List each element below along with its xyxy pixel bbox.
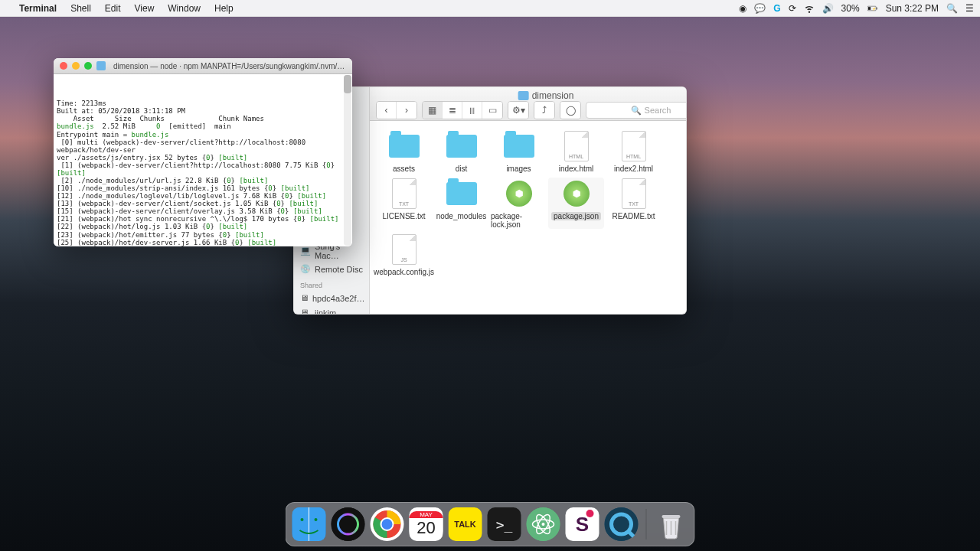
sidebar-item-label: Remote Disc: [315, 265, 363, 274]
sync-icon[interactable]: ⟳: [789, 3, 796, 14]
list-view-button[interactable]: ≣: [443, 102, 462, 119]
zoom-button[interactable]: [84, 62, 92, 70]
gallery-view-button[interactable]: ▭: [482, 102, 502, 119]
file-label: assets: [393, 165, 415, 173]
document-icon: HTML: [557, 130, 596, 162]
icon-view-button[interactable]: ▦: [423, 102, 443, 119]
dock-chrome[interactable]: [371, 507, 404, 541]
desktop: Terminal Shell Edit View Window Help ◉ 💬…: [0, 0, 980, 551]
folder-icon: [443, 130, 481, 162]
dock-atom[interactable]: [527, 507, 560, 541]
spotlight-icon[interactable]: 🔍: [946, 3, 958, 14]
terminal-body[interactable]: Time: 2213msBuilt at: 05/20/2018 3:11:18…: [54, 74, 352, 246]
json-icon: ⬢: [557, 178, 596, 210]
dock-quicktime[interactable]: [605, 507, 639, 541]
dock-calendar[interactable]: MAY 20: [410, 507, 443, 541]
menubar: Terminal Shell Edit View Window Help ◉ 💬…: [0, 0, 980, 17]
back-button[interactable]: ‹: [377, 102, 397, 119]
computer-icon: 💻: [300, 246, 311, 256]
sidebar-item-device[interactable]: 💿 Remote Disc: [297, 262, 366, 276]
computer-icon: 🖥: [300, 293, 309, 304]
scrollbar-thumb[interactable]: [344, 75, 351, 93]
file-item[interactable]: images: [491, 130, 547, 173]
dock-kakaotalk[interactable]: TALK: [449, 507, 482, 541]
file-item[interactable]: JSwebpack.config.js: [376, 233, 432, 276]
document-icon: HTML: [615, 130, 653, 162]
svg-rect-2: [868, 7, 871, 10]
notification-center-icon[interactable]: ☰: [965, 3, 974, 14]
finder-search[interactable]: 🔍 Search: [586, 102, 687, 119]
file-label: dist: [456, 165, 468, 173]
folder-icon: [500, 130, 538, 162]
file-item[interactable]: HTMLindex.html: [548, 130, 604, 173]
sidebar-item-shared[interactable]: 🖥 jinkim: [297, 306, 366, 315]
dock-trash[interactable]: [655, 507, 688, 541]
folder-icon: [443, 178, 481, 210]
svg-point-6: [315, 518, 318, 521]
dock-terminal[interactable]: >_: [488, 507, 521, 541]
arrange-button[interactable]: ⚙︎▾: [508, 102, 528, 119]
close-button[interactable]: [60, 62, 67, 70]
volume-icon[interactable]: 🔊: [822, 3, 834, 14]
menu-view[interactable]: View: [128, 3, 162, 14]
document-icon: TXT: [615, 178, 653, 210]
svg-rect-1: [876, 7, 877, 9]
battery-icon[interactable]: ⚡: [867, 3, 878, 14]
file-label: webpack.config.js: [374, 268, 434, 276]
terminal-titlebar[interactable]: dimension — node · npm MANPATH=/Users/su…: [54, 58, 352, 74]
finder-window[interactable]: 💻 Sung's Mac… 💿 Remote Disc Shared 🖥 hpd…: [293, 86, 687, 315]
folder-icon: [385, 130, 423, 162]
file-label: README.txt: [612, 212, 655, 220]
menu-help[interactable]: Help: [207, 3, 240, 14]
svg-rect-20: [662, 515, 681, 518]
file-item[interactable]: ⬢package.json: [548, 178, 604, 229]
document-icon: JS: [385, 233, 423, 266]
file-item[interactable]: ⬢package-lock.json: [491, 178, 547, 229]
finder-view-switch: ▦ ≣ ⫼ ▭: [422, 101, 503, 119]
dock-finder[interactable]: [292, 507, 326, 541]
minimize-button[interactable]: [72, 62, 80, 70]
finder-files[interactable]: assetsdistimagesHTMLindex.htmlHTMLindex2…: [370, 121, 687, 314]
file-label: LICENSE.txt: [382, 212, 425, 220]
sidebar-header: Shared: [297, 277, 366, 291]
wifi-icon[interactable]: [804, 3, 815, 14]
dock-separator: [646, 509, 647, 540]
file-item[interactable]: node_modules: [433, 178, 489, 229]
chat-icon[interactable]: 💬: [754, 3, 766, 14]
sidebar-item-shared[interactable]: 🖥 hpdc4a3e2f…: [297, 292, 366, 305]
column-view-button[interactable]: ⫼: [462, 102, 482, 119]
dock-siri[interactable]: [332, 507, 365, 541]
finder-title: dimension: [518, 90, 574, 101]
calendar-month: MAY: [410, 511, 443, 518]
finder-nav: ‹ ›: [376, 101, 417, 119]
search-placeholder: Search: [645, 106, 671, 115]
folder-icon: [518, 91, 529, 100]
terminal-title: dimension — node · npm MANPATH=/Users/su…: [113, 62, 346, 70]
terminal-window[interactable]: dimension — node · npm MANPATH=/Users/su…: [54, 58, 352, 246]
tags-button[interactable]: ◯: [560, 102, 580, 119]
logitech-icon[interactable]: G: [773, 3, 780, 14]
battery-percent: 30%: [841, 3, 860, 14]
scrollbar[interactable]: [344, 75, 351, 246]
menu-window[interactable]: Window: [161, 3, 207, 14]
share-button[interactable]: ⤴: [534, 102, 554, 119]
json-icon: ⬢: [500, 178, 538, 210]
file-label: index.html: [559, 165, 594, 173]
file-item[interactable]: assets: [376, 130, 432, 173]
folder-icon: [96, 61, 106, 70]
menu-app[interactable]: Terminal: [12, 3, 64, 14]
dock-slack[interactable]: S: [566, 507, 599, 541]
file-label: package.json: [551, 212, 601, 220]
finder-title-label: dimension: [532, 90, 574, 101]
menu-shell[interactable]: Shell: [64, 3, 98, 14]
forward-button[interactable]: ›: [397, 102, 416, 119]
clock[interactable]: Sun 3:22 PM: [886, 3, 939, 14]
record-icon[interactable]: ◉: [739, 3, 746, 14]
file-item[interactable]: TXTREADME.txt: [606, 178, 662, 229]
file-item[interactable]: HTMLindex2.html: [606, 130, 662, 173]
file-item[interactable]: TXTLICENSE.txt: [376, 178, 432, 229]
document-icon: TXT: [385, 178, 423, 210]
computer-icon: 🖥: [300, 308, 311, 315]
file-item[interactable]: dist: [433, 130, 489, 173]
menu-edit[interactable]: Edit: [98, 3, 128, 14]
